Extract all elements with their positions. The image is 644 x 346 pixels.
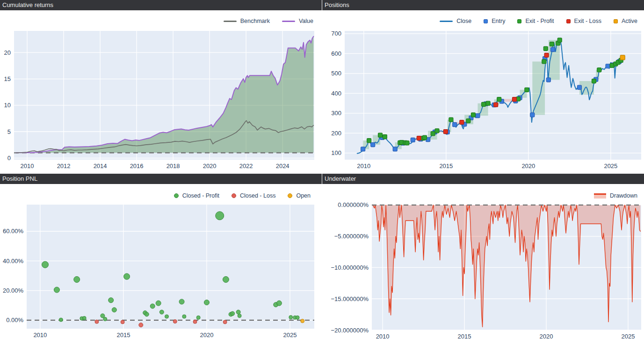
svg-text:15: 15 xyxy=(4,75,11,82)
svg-text:−20.000000%: −20.000000% xyxy=(331,327,369,334)
svg-text:2010: 2010 xyxy=(33,331,47,339)
panel-underwater: Underwater Drawdown 20102015202020250.00… xyxy=(322,174,644,346)
svg-text:2025: 2025 xyxy=(604,162,617,169)
svg-text:2024: 2024 xyxy=(276,162,289,169)
svg-text:0: 0 xyxy=(7,155,11,162)
svg-text:40.00%: 40.00% xyxy=(3,258,24,265)
svg-text:20: 20 xyxy=(4,49,11,56)
plot-background xyxy=(27,205,314,329)
svg-text:2020: 2020 xyxy=(540,333,553,340)
cumulative-returns-chart[interactable]: 2010201220142016201820202022202405101520 xyxy=(0,0,322,174)
panel-cumulative-returns: Cumulative returns BenchmarkValue 201020… xyxy=(0,0,322,174)
svg-text:2012: 2012 xyxy=(57,162,71,169)
markers-active xyxy=(620,55,625,60)
svg-text:100: 100 xyxy=(331,149,341,156)
svg-text:−5.000000%: −5.000000% xyxy=(334,233,369,240)
svg-text:2015: 2015 xyxy=(458,333,471,340)
svg-text:2020: 2020 xyxy=(200,331,213,339)
svg-text:2025: 2025 xyxy=(283,331,297,339)
svg-text:2022: 2022 xyxy=(239,162,253,169)
y-axis-tick-labels: 0.00%20.00%40.00%60.00% xyxy=(3,228,24,324)
panel-positions: Positions CloseEntryExit - ProfitExit - … xyxy=(322,0,644,174)
panel-position-pnl: Position PNL Closed - ProfitClosed - Los… xyxy=(0,174,322,346)
svg-text:2020: 2020 xyxy=(203,162,217,169)
y-axis-tick-labels: 05101520 xyxy=(4,49,11,162)
svg-text:0.000000%: 0.000000% xyxy=(338,201,369,208)
svg-text:20.00%: 20.00% xyxy=(3,287,24,294)
svg-text:−10.000000%: −10.000000% xyxy=(331,264,369,271)
svg-text:2010: 2010 xyxy=(357,162,370,169)
svg-text:5: 5 xyxy=(7,128,11,135)
y-axis-tick-labels: 100200300400500600700 xyxy=(331,30,341,156)
svg-text:2020: 2020 xyxy=(521,162,535,169)
svg-text:2016: 2016 xyxy=(130,162,144,169)
x-axis-tick-labels: 20102012201420162018202020222024 xyxy=(21,162,289,169)
svg-text:−15.000000%: −15.000000% xyxy=(331,295,369,302)
svg-text:10: 10 xyxy=(4,102,11,109)
svg-text:500: 500 xyxy=(331,70,341,77)
positions-chart[interactable]: 2010201520202025100200300400500600700 xyxy=(322,0,644,174)
svg-text:2010: 2010 xyxy=(376,333,390,340)
svg-text:2014: 2014 xyxy=(94,162,107,169)
svg-text:2015: 2015 xyxy=(116,331,130,339)
svg-text:400: 400 xyxy=(331,90,341,97)
svg-text:200: 200 xyxy=(331,130,341,137)
x-axis-tick-labels: 2010201520202025 xyxy=(33,331,297,339)
svg-text:2018: 2018 xyxy=(166,162,180,169)
plot-background xyxy=(345,31,641,160)
x-axis-tick-labels: 2010201520202025 xyxy=(376,333,635,340)
svg-text:0.00%: 0.00% xyxy=(6,317,23,324)
x-axis-tick-labels: 2010201520202025 xyxy=(357,162,617,169)
svg-text:300: 300 xyxy=(331,110,341,117)
position-pnl-chart[interactable]: 20102015202020250.00%20.00%40.00%60.00% xyxy=(0,174,322,346)
svg-text:2025: 2025 xyxy=(622,333,635,340)
svg-text:2015: 2015 xyxy=(439,162,453,169)
y-axis-tick-labels: 0.000000%−5.000000%−10.000000%−15.000000… xyxy=(331,201,369,333)
svg-text:600: 600 xyxy=(331,50,341,57)
dashboard: { "panels": { "cumulative": { "title": "… xyxy=(0,0,644,346)
svg-text:700: 700 xyxy=(331,30,341,37)
svg-text:2010: 2010 xyxy=(21,162,34,169)
underwater-chart[interactable]: 20102015202020250.000000%−5.000000%−10.0… xyxy=(322,174,644,346)
scatter-open xyxy=(301,319,304,323)
svg-text:60.00%: 60.00% xyxy=(3,228,24,235)
